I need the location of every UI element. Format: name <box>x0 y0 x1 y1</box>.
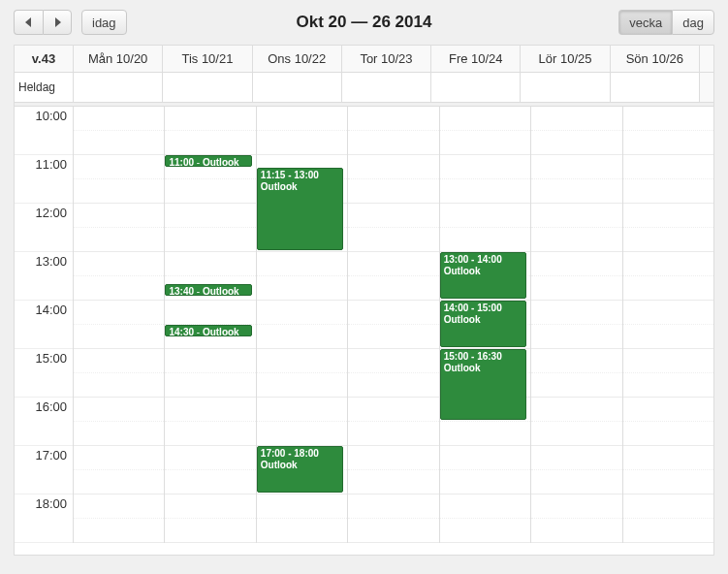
event-title: Outlook <box>444 266 522 277</box>
allday-cell[interactable] <box>521 73 610 102</box>
day-header[interactable]: Lör 10/25 <box>521 46 610 72</box>
week-number-label: v.43 <box>15 46 74 72</box>
event-time: 14:00 - 15:00 <box>444 303 502 313</box>
time-label: 15:00 <box>15 349 73 398</box>
calendar-event[interactable]: 14:00 - 15:00Outlook <box>440 301 526 347</box>
time-label: 11:00 <box>15 155 73 204</box>
event-title: Outlook <box>203 286 239 296</box>
time-label: 16:00 <box>15 398 73 446</box>
allday-cell[interactable] <box>611 73 700 102</box>
event-title: Outlook <box>203 157 239 167</box>
allday-cell[interactable] <box>431 73 521 102</box>
event-time: 11:15 - 13:00 <box>261 170 319 180</box>
calendar-event[interactable]: 13:40 - Outlook <box>165 284 251 296</box>
calendar-event[interactable]: 11:15 - 13:00Outlook <box>257 168 343 251</box>
day-header[interactable]: Tor 10/23 <box>342 46 431 72</box>
day-header[interactable]: Mån 10/20 <box>74 46 163 72</box>
time-label: 10:00 <box>15 107 73 155</box>
day-column[interactable]: 11:00 - Outlook13:40 - Outlook14:30 - Ou… <box>165 107 256 543</box>
day-header[interactable]: Tis 10/21 <box>163 46 252 72</box>
event-time: 17:00 - 18:00 <box>261 448 319 459</box>
event-title: Outlook <box>444 314 522 326</box>
time-label: 14:00 <box>15 301 73 349</box>
day-column[interactable]: 13:00 - 14:00Outlook14:00 - 15:00Outlook… <box>440 107 531 543</box>
time-label: 12:00 <box>15 204 73 252</box>
event-time: 13:40 <box>169 286 194 296</box>
time-label: 18:00 <box>15 494 73 543</box>
calendar-event[interactable]: 14:30 - Outlook <box>165 325 251 336</box>
event-time: 11:00 <box>169 157 194 167</box>
calendar-event[interactable]: 13:00 - 14:00Outlook <box>440 252 526 299</box>
time-label: 17:00 <box>15 446 73 494</box>
day-column[interactable] <box>531 107 622 543</box>
today-button[interactable]: idag <box>81 10 127 35</box>
calendar-title: Okt 20 — 26 2014 <box>297 13 432 32</box>
time-axis: 10:0011:0012:0013:0014:0015:0016:0017:00… <box>15 107 74 543</box>
allday-cell[interactable] <box>253 73 342 102</box>
scrollbar-gutter <box>700 46 713 72</box>
day-column[interactable] <box>348 107 439 543</box>
chevron-right-icon <box>53 17 61 27</box>
allday-cell[interactable] <box>342 73 431 102</box>
allday-cell[interactable] <box>74 73 163 102</box>
day-columns: 11:00 - Outlook13:40 - Outlook14:30 - Ou… <box>74 107 713 543</box>
calendar-event[interactable]: 17:00 - 18:00Outlook <box>257 446 343 493</box>
week-view-button[interactable]: vecka <box>618 10 672 35</box>
event-time: 14:30 <box>169 327 194 336</box>
event-title: Outlook <box>261 460 339 471</box>
allday-label: Heldag <box>15 73 74 102</box>
scrollbar-gutter <box>700 73 713 102</box>
event-title: Outlook <box>261 181 339 193</box>
event-title: Outlook <box>444 363 522 374</box>
day-header[interactable]: Ons 10/22 <box>253 46 342 72</box>
calendar-event[interactable]: 15:00 - 16:30Outlook <box>440 349 526 420</box>
day-column[interactable] <box>623 107 713 543</box>
event-time: 15:00 - 16:30 <box>444 351 502 362</box>
event-time: 13:00 - 14:00 <box>444 254 502 265</box>
calendar: v.43 Mån 10/20 Tis 10/21 Ons 10/22 Tor 1… <box>14 45 714 556</box>
calendar-event[interactable]: 11:00 - Outlook <box>165 155 251 167</box>
day-header[interactable]: Sön 10/26 <box>611 46 700 72</box>
allday-row: Heldag <box>15 73 713 103</box>
scroll-area[interactable]: 10:0011:0012:0013:0014:0015:0016:0017:00… <box>15 107 713 555</box>
chevron-left-icon <box>25 17 33 27</box>
allday-cell[interactable] <box>163 73 252 102</box>
calendar-header: v.43 Mån 10/20 Tis 10/21 Ons 10/22 Tor 1… <box>15 46 713 73</box>
time-label: 13:00 <box>15 252 73 301</box>
day-view-button[interactable]: dag <box>672 10 714 35</box>
next-button[interactable] <box>43 10 72 35</box>
day-column[interactable] <box>74 107 165 543</box>
event-title: Outlook <box>203 327 239 336</box>
prev-button[interactable] <box>14 10 43 35</box>
day-header[interactable]: Fre 10/24 <box>431 46 521 72</box>
day-column[interactable]: 11:15 - 13:00Outlook17:00 - 18:00Outlook <box>257 107 348 543</box>
